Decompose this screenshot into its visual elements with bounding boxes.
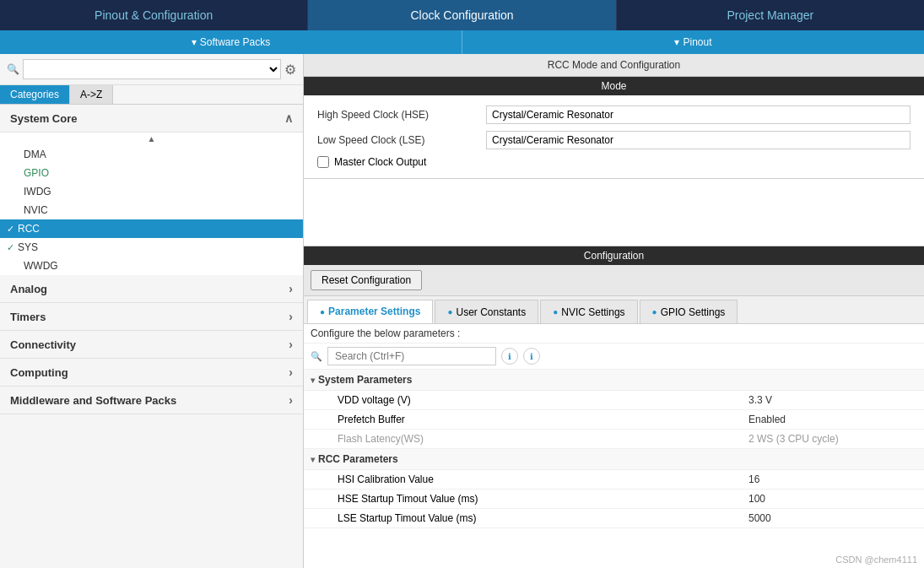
hse-startup-name: HSE Startup Timout Value (ms) xyxy=(338,493,748,505)
chevron-down-icon3: ▾ xyxy=(311,376,315,385)
system-params-label: System Parameters xyxy=(318,374,412,386)
nav-pinout[interactable]: Pinout & Configuration xyxy=(0,0,308,30)
category-connectivity-label: Connectivity xyxy=(10,338,76,351)
tab-parameter-settings[interactable]: ● Parameter Settings xyxy=(307,300,433,323)
chevron-right-icon5: › xyxy=(289,393,293,407)
pinout-nav[interactable]: ▾ Pinout xyxy=(462,30,924,54)
param-search-bar: 🔍 ℹ ℹ xyxy=(304,344,924,370)
tab-user-constants[interactable]: ● User Constants xyxy=(435,300,538,323)
nvic-tab-icon: ● xyxy=(553,307,558,316)
list-item-rcc[interactable]: ✓ RCC xyxy=(0,219,303,238)
master-clock-row: Master Clock Output xyxy=(317,156,910,168)
sidebar: 🔍 ⚙ Categories A->Z System Core ∧ ▲ DMA xyxy=(0,54,304,568)
lse-value[interactable] xyxy=(486,131,910,149)
list-item-wwdg[interactable]: WWDG xyxy=(0,257,303,275)
prefetch-name: Prefetch Buffer xyxy=(338,414,748,425)
rcc-params-group-header[interactable]: ▾ RCC Parameters xyxy=(304,449,924,470)
tab-categories[interactable]: Categories xyxy=(0,85,70,104)
info-icon2[interactable]: ℹ xyxy=(523,348,540,365)
list-item-dma[interactable]: DMA xyxy=(0,145,303,164)
gear-icon[interactable]: ⚙ xyxy=(284,62,296,78)
rcc-params-label: RCC Parameters xyxy=(318,453,398,465)
category-computing-label: Computing xyxy=(10,366,68,379)
chevron-right-icon: › xyxy=(289,282,293,295)
mode-section-header: Mode xyxy=(304,77,924,95)
system-params-group-header[interactable]: ▾ System Parameters xyxy=(304,370,924,391)
lse-startup-value: 5000 xyxy=(748,512,917,524)
param-row-vdd: VDD voltage (V) 3.3 V xyxy=(304,391,924,410)
software-packs-nav[interactable]: ▾ Software Packs xyxy=(0,30,462,54)
gpio-tab-icon: ● xyxy=(652,307,657,316)
category-computing-header[interactable]: Computing › xyxy=(0,359,303,387)
dma-label: DMA xyxy=(24,149,46,160)
wwdg-label: WWDG xyxy=(24,260,58,272)
user-tab-icon: ● xyxy=(447,307,452,316)
chevron-down-icon4: ▾ xyxy=(311,455,315,464)
config-toolbar: Reset Configuration xyxy=(304,265,924,296)
hse-startup-value: 100 xyxy=(748,493,917,505)
category-timers-label: Timers xyxy=(10,311,46,323)
gpio-tab-label: GPIO Settings xyxy=(661,306,726,318)
category-middleware-header[interactable]: Middleware and Software Packs › xyxy=(0,387,303,414)
check-icon-sys: ✓ xyxy=(7,242,14,253)
mode-content: High Speed Clock (HSE) Low Speed Clock (… xyxy=(304,95,924,179)
config-section-header: Configuration xyxy=(304,246,924,265)
lse-row: Low Speed Clock (LSE) xyxy=(317,131,910,149)
category-timers-header[interactable]: Timers › xyxy=(0,303,303,331)
sys-label: SYS xyxy=(18,241,38,253)
lse-label: Low Speed Clock (LSE) xyxy=(317,134,486,146)
list-item-gpio[interactable]: GPIO xyxy=(0,164,303,182)
list-item-iwdg[interactable]: IWDG xyxy=(0,182,303,201)
param-tab-label: Parameter Settings xyxy=(328,306,420,317)
sidebar-search[interactable] xyxy=(23,59,281,79)
software-packs-label: Software Packs xyxy=(200,36,270,48)
tab-az[interactable]: A->Z xyxy=(70,85,113,104)
list-item-nvic[interactable]: NVIC xyxy=(0,201,303,219)
user-tab-label: User Constants xyxy=(456,306,526,318)
category-analog-header[interactable]: Analog › xyxy=(0,275,303,303)
hse-label: High Speed Clock (HSE) xyxy=(317,109,486,121)
param-row-hsi: HSI Calibration Value 16 xyxy=(304,470,924,490)
pinout-label: Pinout xyxy=(683,36,711,48)
flash-value: 2 WS (3 CPU cycle) xyxy=(748,433,917,445)
category-middleware-label: Middleware and Software Packs xyxy=(10,394,176,407)
reset-config-button[interactable]: Reset Configuration xyxy=(311,270,422,290)
tab-gpio-settings[interactable]: ● GPIO Settings xyxy=(640,300,738,323)
chevron-up-icon: ∧ xyxy=(284,111,293,125)
nvic-label: NVIC xyxy=(24,204,48,216)
hse-row: High Speed Clock (HSE) xyxy=(317,105,910,124)
category-system-core-header[interactable]: System Core ∧ xyxy=(0,105,303,133)
category-analog-label: Analog xyxy=(10,283,47,295)
search-icon: 🔍 xyxy=(7,63,19,75)
hse-value[interactable] xyxy=(486,105,910,124)
category-system-core-label: System Core xyxy=(10,112,77,125)
list-item-sys[interactable]: ✓ SYS xyxy=(0,238,303,257)
param-row-prefetch: Prefetch Buffer Enabled xyxy=(304,410,924,430)
nav-clock[interactable]: Clock Configuration xyxy=(308,0,616,30)
watermark: CSDN @chem4111 xyxy=(304,551,924,568)
content-title: RCC Mode and Configuration xyxy=(304,54,924,77)
nav-project[interactable]: Project Manager xyxy=(617,0,924,30)
rcc-label: RCC xyxy=(18,223,40,235)
vdd-value: 3.3 V xyxy=(748,394,917,406)
param-row-flash: Flash Latency(WS) 2 WS (3 CPU cycle) xyxy=(304,430,924,449)
vdd-name: VDD voltage (V) xyxy=(338,394,748,406)
hsi-name: HSI Calibration Value xyxy=(338,473,748,485)
nvic-tab-label: NVIC Settings xyxy=(561,306,624,318)
category-system-core: System Core ∧ ▲ DMA GPIO IWDG NVIC xyxy=(0,105,303,275)
chevron-right-icon3: › xyxy=(289,338,293,351)
param-search-input[interactable] xyxy=(327,347,496,365)
lse-startup-name: LSE Startup Timout Value (ms) xyxy=(338,512,748,524)
category-system-core-items: ▲ DMA GPIO IWDG NVIC ✓ RCC xyxy=(0,133,303,275)
category-connectivity-header[interactable]: Connectivity › xyxy=(0,331,303,359)
sidebar-header: 🔍 ⚙ xyxy=(0,54,303,85)
info-icon1[interactable]: ℹ xyxy=(501,348,518,365)
sidebar-tabs: Categories A->Z xyxy=(0,85,303,105)
param-tab-icon: ● xyxy=(320,307,325,316)
check-icon-rcc: ✓ xyxy=(7,224,14,235)
sort-arrow: ▲ xyxy=(0,133,303,145)
tab-nvic-settings[interactable]: ● NVIC Settings xyxy=(540,300,637,323)
master-clock-checkbox[interactable] xyxy=(317,156,329,168)
second-nav: ▾ Software Packs ▾ Pinout xyxy=(0,30,924,54)
mode-spacer xyxy=(304,179,924,246)
